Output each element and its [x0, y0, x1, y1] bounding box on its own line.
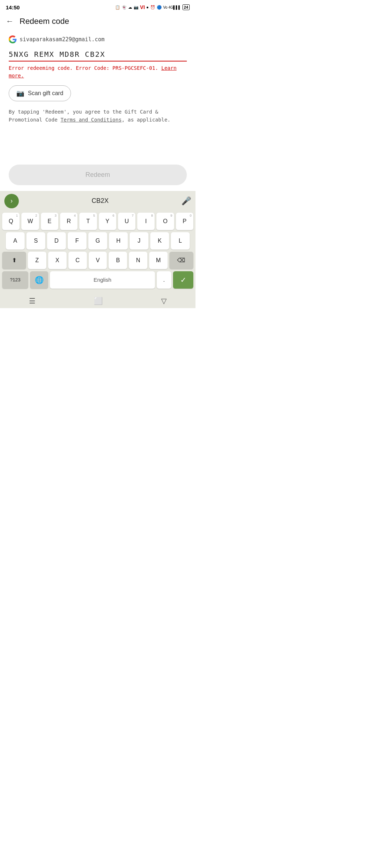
main-content: sivaparakasam229@gmail.com Error redeemi…	[0, 30, 196, 130]
keyboard-row-2: A S D F G H J K L	[2, 232, 193, 250]
message-icon: 📋	[115, 5, 120, 10]
account-email: sivaparakasam229@gmail.com	[20, 36, 105, 43]
microphone-icon[interactable]: 🎤	[181, 196, 191, 206]
account-row: sivaparakasam229@gmail.com	[9, 35, 187, 43]
keyboard-suggestion[interactable]: CB2X	[19, 197, 181, 205]
key-p[interactable]: 0P	[176, 213, 193, 230]
key-j[interactable]: J	[130, 232, 148, 250]
keyboard: › CB2X 🎤 1Q 2W 3E 4R 5T 6Y 7U 8I 9O 0P A…	[0, 191, 196, 308]
status-icons: 📋 👻 ☁ 📷 VI ● ⏰ 🔵 Vo 4G▌▌▌ 24	[115, 4, 190, 10]
alarm-icon: ⏰	[150, 5, 155, 10]
key-i[interactable]: 8I	[137, 213, 155, 230]
key-e[interactable]: 3E	[41, 213, 58, 230]
keyboard-arrow-button[interactable]: ›	[4, 194, 19, 208]
dot-icon: ●	[146, 5, 149, 9]
back-button[interactable]: ←	[6, 17, 14, 26]
bluetooth-icon: 🔵	[157, 5, 162, 10]
key-c[interactable]: C	[68, 252, 87, 269]
scan-gift-card-label: Scan gift card	[28, 90, 63, 97]
camera-icon: 📷	[134, 5, 139, 10]
key-h[interactable]: H	[109, 232, 128, 250]
key-y[interactable]: 6Y	[99, 213, 116, 230]
nav-back-icon[interactable]: ▽	[161, 297, 167, 305]
globe-key[interactable]: 🌐	[30, 271, 48, 289]
keyboard-row-4: ?123 🌐 English . ✓	[2, 271, 193, 289]
redeem-button-container: Redeem	[0, 159, 196, 191]
google-logo	[9, 35, 17, 43]
numbers-key[interactable]: ?123	[2, 271, 28, 289]
key-a[interactable]: A	[6, 232, 25, 250]
camera-scan-icon: 📷	[16, 89, 24, 97]
key-s[interactable]: S	[26, 232, 45, 250]
enter-key[interactable]: ✓	[173, 271, 193, 289]
chevron-right-icon: ›	[10, 197, 13, 205]
terms-text: By tapping 'Redeem', you agree to the Gi…	[9, 108, 187, 124]
key-m[interactable]: M	[149, 252, 168, 269]
key-t[interactable]: 5T	[79, 213, 97, 230]
terms-link[interactable]: Terms and Conditions	[60, 117, 122, 123]
key-u[interactable]: 7U	[118, 213, 135, 230]
snapchat-icon: 👻	[122, 5, 127, 10]
navigation-bar: ☰ ⬜ ▽	[0, 292, 196, 308]
header: ← Redeem code	[0, 13, 196, 30]
vi-icon: VI	[140, 4, 145, 10]
key-d[interactable]: D	[47, 232, 66, 250]
keyboard-row-3: ⬆ Z X C V B N M ⌫	[2, 252, 193, 269]
app-icon: ☁	[128, 5, 132, 10]
error-message: Error redeeming code. Error Code: PRS-PG…	[9, 64, 187, 80]
key-k[interactable]: K	[150, 232, 169, 250]
key-f[interactable]: F	[68, 232, 87, 250]
code-input[interactable]	[9, 48, 187, 61]
keyboard-rows: 1Q 2W 3E 4R 5T 6Y 7U 8I 9O 0P A S D F G …	[0, 211, 196, 292]
status-time: 14:50	[6, 4, 20, 10]
key-q[interactable]: 1Q	[2, 213, 20, 230]
redeem-button[interactable]: Redeem	[9, 165, 187, 185]
keyboard-top-bar: › CB2X 🎤	[0, 191, 196, 211]
code-input-container[interactable]	[9, 48, 187, 61]
page-title: Redeem code	[20, 17, 69, 26]
nav-menu-icon[interactable]: ☰	[29, 297, 35, 305]
period-key[interactable]: .	[157, 271, 171, 289]
key-o[interactable]: 9O	[156, 213, 174, 230]
key-r[interactable]: 4R	[60, 213, 77, 230]
key-w[interactable]: 2W	[21, 213, 39, 230]
nav-home-icon[interactable]: ⬜	[94, 297, 103, 305]
keyboard-row-1: 1Q 2W 3E 4R 5T 6Y 7U 8I 9O 0P	[2, 213, 193, 230]
key-g[interactable]: G	[88, 232, 107, 250]
key-v[interactable]: V	[89, 252, 107, 269]
key-l[interactable]: L	[171, 232, 190, 250]
key-n[interactable]: N	[129, 252, 147, 269]
backspace-key[interactable]: ⌫	[169, 252, 193, 269]
key-b[interactable]: B	[109, 252, 127, 269]
scan-gift-card-button[interactable]: 📷 Scan gift card	[9, 85, 71, 101]
space-key[interactable]: English	[50, 271, 155, 289]
signal-icon: Vo 4G▌▌▌	[163, 5, 181, 9]
key-z[interactable]: Z	[28, 252, 46, 269]
battery-indicator: 24	[182, 4, 190, 10]
status-bar: 14:50 📋 👻 ☁ 📷 VI ● ⏰ 🔵 Vo 4G▌▌▌ 24	[0, 0, 196, 13]
shift-key[interactable]: ⬆	[2, 252, 26, 269]
key-x[interactable]: X	[48, 252, 67, 269]
